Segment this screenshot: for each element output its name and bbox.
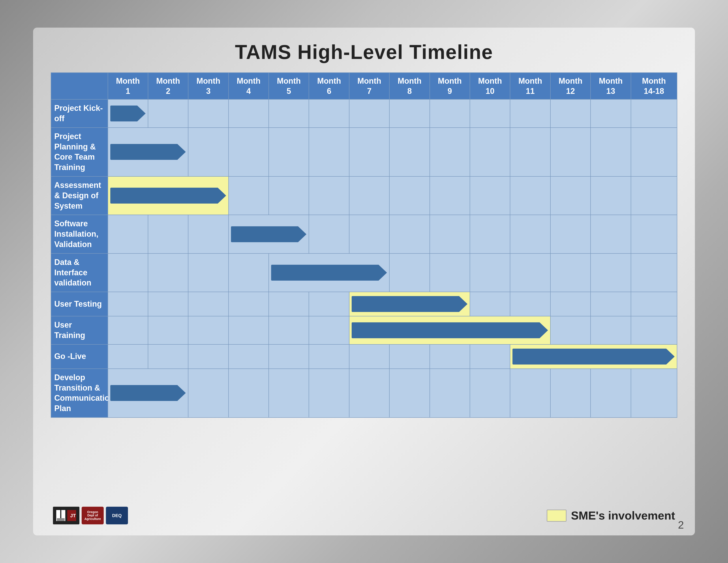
data-cell-r6-c4: [229, 316, 269, 345]
data-cell-r5-c5: [269, 292, 309, 316]
row-label-1: Project Planning & Core Team Training: [51, 128, 108, 176]
data-cell-r0-c5: [269, 99, 309, 128]
header-month-14: Month14-18: [631, 73, 677, 99]
data-cell-r0-c11: [510, 99, 550, 128]
data-cell-r4-c12: [550, 253, 591, 292]
table-row: Project Kick-off: [51, 99, 677, 128]
arrow-cell-row-5: [349, 292, 470, 316]
data-cell-r1-c7: [349, 128, 389, 176]
data-cell-r7-c7: [349, 345, 389, 369]
data-cell-r5-c14: [631, 292, 677, 316]
legend: SME's involvement: [547, 509, 675, 522]
data-cell-r5-c12: [550, 292, 591, 316]
data-cell-r5-c3: [188, 292, 228, 316]
data-cell-r2-c10: [470, 176, 510, 215]
data-cell-r1-c6: [309, 128, 349, 176]
header-month-12: Month12: [550, 73, 591, 99]
data-cell-r3-c11: [510, 215, 550, 253]
data-cell-r7-c9: [430, 345, 470, 369]
data-cell-r0-c12: [550, 99, 591, 128]
data-cell-r1-c10: [470, 128, 510, 176]
row-label-8: Develop Transition & Communication Plan: [51, 369, 108, 418]
svg-text:JT: JT: [70, 513, 76, 518]
arrow-cell-row-4: [269, 253, 389, 292]
row-label-6: User Training: [51, 316, 108, 345]
data-cell-r8-c12: [550, 369, 591, 418]
data-cell-r8-c14: [631, 369, 677, 418]
header-month-10: Month10: [470, 73, 510, 99]
footer: JT OregonDept ofAgriculture DEQ SME's in…: [51, 507, 677, 524]
data-cell-r4-c3: [188, 253, 228, 292]
data-cell-r1-c3: [188, 128, 228, 176]
arrow-cell-row-1: [108, 128, 188, 176]
header-month-1: Month1: [108, 73, 148, 99]
row-label-7: Go -Live: [51, 345, 108, 369]
row-label-5: User Testing: [51, 292, 108, 316]
row-label-2: Assessment & Design of System: [51, 176, 108, 215]
data-cell-r4-c4: [229, 253, 269, 292]
arrow-cell-row-3: [229, 215, 309, 253]
data-cell-r8-c4: [229, 369, 269, 418]
data-cell-r2-c6: [309, 176, 349, 215]
row-label-0: Project Kick-off: [51, 99, 108, 128]
header-month-11: Month11: [510, 73, 550, 99]
data-cell-r4-c2: [148, 253, 188, 292]
data-cell-r1-c8: [389, 128, 430, 176]
data-cell-r2-c7: [349, 176, 389, 215]
data-cell-r0-c10: [470, 99, 510, 128]
table-row: User Testing: [51, 292, 677, 316]
table-row: Software Installation, Validation: [51, 215, 677, 253]
data-cell-r4-c10: [470, 253, 510, 292]
row-label-4: Data & Interface validation: [51, 253, 108, 292]
data-cell-r5-c10: [470, 292, 510, 316]
data-cell-r2-c11: [510, 176, 550, 215]
data-cell-r1-c4: [229, 128, 269, 176]
data-cell-r7-c1: [108, 345, 148, 369]
gantt-table: Month1Month2Month3Month4Month5Month6Mont…: [51, 72, 677, 418]
data-cell-r6-c2: [148, 316, 188, 345]
data-cell-r3-c1: [108, 215, 148, 253]
data-cell-r8-c5: [269, 369, 309, 418]
data-cell-r1-c5: [269, 128, 309, 176]
data-cell-r6-c3: [188, 316, 228, 345]
data-cell-r8-c7: [349, 369, 389, 418]
data-cell-r8-c6: [309, 369, 349, 418]
data-cell-r0-c3: [188, 99, 228, 128]
data-cell-r0-c6: [309, 99, 349, 128]
data-cell-r6-c14: [631, 316, 677, 345]
data-cell-r4-c9: [430, 253, 470, 292]
data-cell-r3-c14: [631, 215, 677, 253]
arrow-cell-row-8: [108, 369, 188, 418]
data-cell-r5-c6: [309, 292, 349, 316]
data-cell-r3-c2: [148, 215, 188, 253]
table-row: Assessment & Design of System: [51, 176, 677, 215]
data-cell-r3-c6: [309, 215, 349, 253]
data-cell-r8-c8: [389, 369, 430, 418]
data-cell-r3-c7: [349, 215, 389, 253]
data-cell-r6-c6: [309, 316, 349, 345]
data-cell-r0-c7: [349, 99, 389, 128]
table-row: Data & Interface validation: [51, 253, 677, 292]
data-cell-r5-c2: [148, 292, 188, 316]
data-cell-r5-c1: [108, 292, 148, 316]
data-cell-r0-c9: [430, 99, 470, 128]
header-month-2: Month2: [148, 73, 188, 99]
data-cell-r4-c8: [389, 253, 430, 292]
data-cell-r8-c3: [188, 369, 228, 418]
page-title: TAMS High-Level Timeline: [235, 41, 493, 64]
data-cell-r4-c1: [108, 253, 148, 292]
data-cell-r0-c8: [389, 99, 430, 128]
svg-rect-2: [57, 518, 65, 521]
gantt-chart: Month1Month2Month3Month4Month5Month6Mont…: [51, 72, 677, 500]
data-cell-r2-c8: [389, 176, 430, 215]
header-month-4: Month4: [229, 73, 269, 99]
data-cell-r6-c13: [591, 316, 631, 345]
data-cell-r3-c12: [550, 215, 591, 253]
header-month-8: Month8: [389, 73, 430, 99]
data-cell-r4-c13: [591, 253, 631, 292]
data-cell-r6-c5: [269, 316, 309, 345]
data-cell-r6-c1: [108, 316, 148, 345]
data-cell-r1-c13: [591, 128, 631, 176]
data-cell-r2-c9: [430, 176, 470, 215]
page-number: 2: [678, 519, 684, 531]
